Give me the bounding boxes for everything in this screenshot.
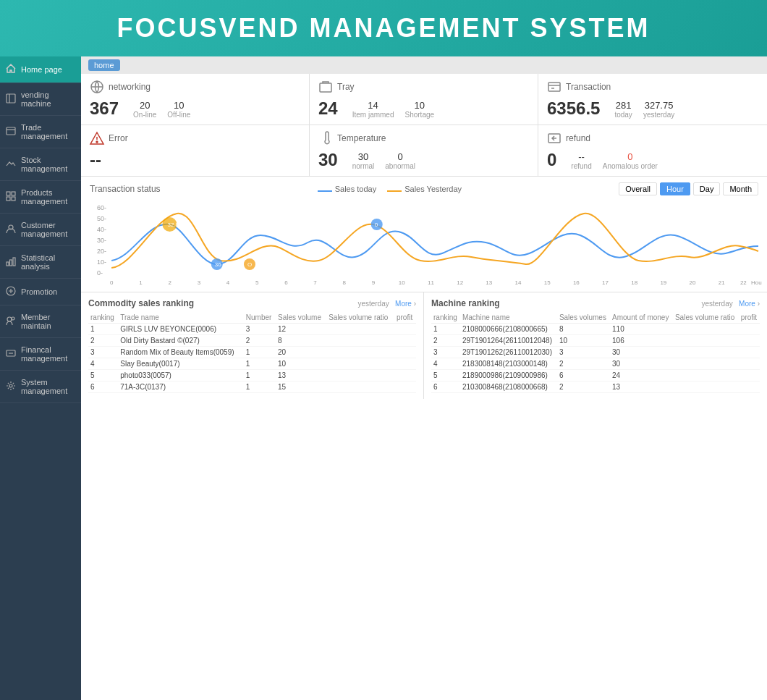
svg-point-14 — [12, 317, 14, 320]
sidebar-item-system[interactable]: System management — [0, 371, 81, 403]
chart-legend: Sales today Sales Yesterday — [318, 185, 462, 193]
svg-rect-7 — [12, 197, 15, 201]
mcol-machine-name: Machine name — [460, 312, 557, 324]
dashboard: home networking 367 20 — [81, 56, 767, 700]
sidebar-item-vending[interactable]: vending machine — [0, 83, 81, 116]
svg-text:O: O — [247, 261, 252, 268]
refund-label: refund — [571, 162, 591, 170]
stat-temperature: Temperature 30 30 normal 0 abnormal — [310, 125, 538, 176]
svg-point-17 — [9, 384, 12, 387]
networking-offline: 10 — [167, 100, 190, 111]
svg-text:30-: 30- — [97, 237, 106, 244]
table-row: 12108000666(2108000665)8110 — [431, 324, 760, 335]
sidebar-item-financial[interactable]: Financal management — [0, 338, 81, 371]
col-profit: profit — [394, 312, 416, 324]
member-icon — [6, 316, 17, 327]
app-header: FOCUSVEND MANAGEMENT SYSTEM — [0, 0, 767, 56]
tray-jammed: 14 — [352, 100, 394, 111]
col-sales-volume: Sales volume — [276, 312, 326, 324]
btn-overall[interactable]: Overall — [619, 182, 657, 195]
svg-rect-5 — [12, 192, 15, 195]
temperature-title: Temperature — [337, 133, 386, 143]
stat-tray: Tray 24 14 Item jammed 10 Shortage — [310, 74, 538, 125]
breadcrumb-home[interactable]: home — [88, 59, 120, 71]
machine-more[interactable]: More — [739, 300, 755, 308]
transaction-icon — [547, 80, 562, 94]
svg-rect-9 — [7, 262, 9, 266]
svg-text:60-: 60- — [97, 204, 106, 211]
svg-text:40-: 40- — [97, 226, 106, 233]
transaction-today: 281 — [614, 100, 632, 111]
refund-icon — [547, 131, 562, 146]
col-ranking: ranking — [88, 312, 118, 324]
svg-text:1: 1 — [139, 279, 143, 286]
tray-shortage-label: Shortage — [405, 111, 435, 119]
transaction-main: 6356.5 — [547, 98, 600, 119]
svg-rect-6 — [7, 197, 10, 201]
svg-rect-19 — [320, 83, 331, 92]
table-row: 5photo033(0057)113 — [88, 370, 416, 381]
sidebar-item-home[interactable]: Home page — [0, 56, 81, 83]
breadcrumb: home — [81, 56, 767, 74]
sidebar-item-trade-label: Trade management — [21, 123, 75, 140]
stats-row-2: Error -- Temperature 30 30 — [81, 125, 767, 177]
svg-text:0-: 0- — [97, 269, 103, 277]
customer-icon — [6, 224, 17, 235]
svg-text:0: 0 — [375, 222, 378, 228]
vending-icon — [6, 93, 17, 105]
svg-text:16: 16 — [573, 279, 580, 286]
svg-text:2: 2 — [168, 279, 171, 286]
temp-normal: 30 — [352, 151, 375, 162]
products-sidebar-icon — [6, 191, 17, 203]
btn-hour[interactable]: Hour — [660, 182, 690, 195]
error-icon — [90, 131, 104, 146]
transaction-yesterday-label: yesterday — [643, 111, 674, 119]
stats-icon — [6, 256, 17, 268]
tray-shortage: 10 — [405, 100, 435, 111]
mcol-profit: profit — [739, 312, 760, 324]
sidebar-item-customer-label: Customer management — [21, 221, 75, 238]
svg-rect-0 — [7, 94, 15, 103]
btn-day[interactable]: Day — [693, 182, 721, 195]
col-number: Number — [244, 312, 276, 324]
table-row: 671A-3C(0137)115 — [88, 381, 416, 393]
machine-table-title: Machine ranking — [431, 298, 500, 308]
sidebar-item-promotion[interactable]: Promotion — [0, 279, 81, 305]
table-row: 2Old Dirty Bastard ©(027)28 — [88, 335, 416, 347]
sidebar-item-trade[interactable]: Trade management — [0, 116, 81, 148]
sidebar: Home page vending machine Trade manageme… — [0, 56, 81, 700]
tray-title: Tray — [337, 82, 355, 92]
tables-section: Commodity sales ranking yesterday More ›… — [81, 292, 767, 399]
mcol-ratio: Sales volume ratio — [673, 312, 739, 324]
stat-refund: refund 0 -- refund 0 Anomalous order — [538, 125, 767, 176]
sidebar-item-products-label: Products management — [21, 188, 75, 206]
networking-main: 367 — [90, 98, 119, 119]
table-row: 62103008468(2108000668)213 — [431, 381, 760, 393]
temperature-icon — [318, 131, 333, 146]
temp-abnormal-label: abnormal — [385, 162, 415, 170]
btn-month[interactable]: Month — [723, 182, 758, 195]
table-row: 229T1901264(26110012048)10106 — [431, 335, 760, 347]
sidebar-item-stock[interactable]: Stock management — [0, 148, 81, 181]
chart-svg: 60- 50- 40- 30- 20- 10- 0- 32.8 36 — [90, 199, 758, 286]
sidebar-item-financial-label: Financal management — [21, 345, 75, 363]
commodity-data-table: ranking Trade name Number Sales volume S… — [88, 312, 416, 393]
svg-text:0: 0 — [110, 279, 114, 286]
svg-rect-11 — [13, 258, 15, 266]
commodity-more[interactable]: More — [395, 300, 412, 308]
table-row: 4Slay Beauty(0017)110 — [88, 358, 416, 370]
svg-rect-4 — [7, 192, 10, 195]
svg-text:11: 11 — [428, 279, 434, 286]
chart-svg-container: 60- 50- 40- 30- 20- 10- 0- 32.8 36 — [90, 199, 758, 286]
sidebar-item-products[interactable]: Products management — [0, 181, 81, 214]
sidebar-item-member[interactable]: Member maintain — [0, 305, 81, 338]
mcol-ranking: ranking — [431, 312, 460, 324]
svg-text:10-: 10- — [97, 258, 106, 266]
networking-offline-label: Off-line — [167, 111, 190, 119]
tray-jammed-label: Item jammed — [352, 111, 394, 119]
sidebar-item-stats[interactable]: Statistical analysis — [0, 246, 81, 279]
commodity-table-title: Commodity sales ranking — [88, 298, 194, 308]
svg-point-25 — [96, 141, 98, 143]
sidebar-item-customer[interactable]: Customer management — [0, 214, 81, 246]
svg-text:36: 36 — [215, 261, 221, 268]
